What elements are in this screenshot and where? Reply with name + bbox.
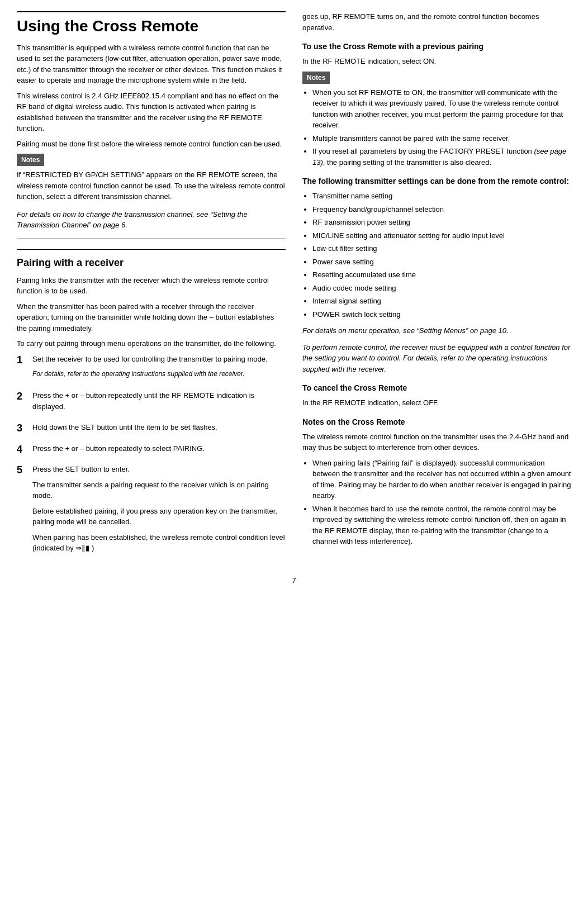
setting-10: POWER switch lock setting — [312, 309, 571, 320]
step-2-content: Press the + or – button repeatedly until… — [32, 390, 286, 416]
page-number: 7 — [17, 575, 571, 586]
notes-cross-item-2: When it becomes hard to use the remote c… — [312, 504, 571, 547]
notes-list-2: When you set RF REMOTE to ON, the transm… — [302, 87, 571, 168]
setting-5: Low-cut filter setting — [312, 243, 571, 254]
step-4-text: Press the + or – button repeatedly to se… — [32, 443, 286, 454]
main-title: Using the Cross Remote — [17, 11, 286, 36]
step-1-italic: For details, refer to the operating inst… — [32, 369, 286, 379]
step-5: 5 Press the SET button to enter. The tra… — [17, 464, 286, 558]
step-4: 4 Press the + or – button repeatedly to … — [17, 443, 286, 459]
step-3-text: Hold down the SET button until the item … — [32, 422, 286, 433]
step-4-number: 4 — [17, 443, 27, 456]
notes-item-2-2: Multiple transmitters cannot be paired w… — [312, 133, 571, 144]
pairing-title: Pairing with a receiver — [17, 249, 286, 270]
setting-2: Frequency band/group/channel selection — [312, 204, 571, 215]
step-5-detail-1: The transmitter sends a pairing request … — [32, 479, 286, 501]
notes-badge-1: Notes — [17, 154, 44, 166]
setting-1: Transmitter name setting — [312, 191, 571, 202]
intro-para-2: This wireless control is 2.4 GHz IEEE802… — [17, 91, 286, 134]
step-1-content: Set the receiver to be used for controll… — [32, 354, 286, 385]
setting-4: MIC/LINE setting and attenuator setting … — [312, 230, 571, 241]
notes-item-2-1: When you set RF REMOTE to ON, the transm… — [312, 87, 571, 131]
step-3-content: Hold down the SET button until the item … — [32, 422, 286, 438]
step-1-text: Set the receiver to be used for controll… — [32, 354, 286, 365]
setting-9: Internal signal setting — [312, 296, 571, 307]
italic-perform: To perform remote control, the receiver … — [302, 342, 571, 375]
settings-title: The following transmitter settings can b… — [302, 175, 571, 187]
step-3-number: 3 — [17, 422, 27, 435]
step-5-number: 5 — [17, 464, 27, 477]
step-2-number: 2 — [17, 390, 27, 403]
step-5-text: Press the SET button to enter. — [32, 464, 286, 475]
step-3: 3 Hold down the SET button until the ite… — [17, 422, 286, 438]
cancel-title: To cancel the Cross Remote — [302, 382, 571, 394]
intro-para-3: Pairing must be done first before the wi… — [17, 139, 286, 150]
step-1: 1 Set the receiver to be used for contro… — [17, 354, 286, 385]
notes-cross-list: When pairing fails (“Pairing fail” is di… — [302, 458, 571, 547]
left-column: Using the Cross Remote This transmitter … — [17, 11, 286, 564]
notes-cross-item-1: When pairing fails (“Pairing fail” is di… — [312, 458, 571, 501]
pairing-para-1: Pairing links the transmitter with the r… — [17, 275, 286, 297]
step-1-number: 1 — [17, 354, 27, 367]
settings-list: Transmitter name setting Frequency band/… — [302, 191, 571, 320]
right-column: goes up, RF REMOTE turns on, and the rem… — [302, 11, 571, 564]
right-intro-continuation: goes up, RF REMOTE turns on, and the rem… — [302, 11, 571, 33]
section-divider-1 — [17, 239, 286, 239]
notes-cross-title: Notes on the Cross Remote — [302, 416, 571, 428]
setting-8: Audio codec mode setting — [312, 283, 571, 294]
notes-section-2: Notes When you set RF REMOTE to ON, the … — [302, 72, 571, 168]
notes-item-2-3: If you reset all parameters by using the… — [312, 146, 571, 168]
setting-7: Resetting accumulated use time — [312, 269, 571, 281]
italic-menu: For details on menu operation, see “Sett… — [302, 325, 571, 336]
step-4-content: Press the + or – button repeatedly to se… — [32, 443, 286, 459]
step-5-content: Press the SET button to enter. The trans… — [32, 464, 286, 558]
intro-para-1: This transmitter is equipped with a wire… — [17, 42, 286, 86]
step-2: 2 Press the + or – button repeatedly unt… — [17, 390, 286, 416]
notes-section-1: Notes If “RESTRICTED BY GP/CH SETTING” a… — [17, 154, 286, 202]
step-5-detail-3: When pairing has been established, the w… — [32, 532, 286, 554]
notes-cross-p1: The wireless remote control function on … — [302, 431, 571, 453]
previous-pairing-title: To use the Cross Remote with a previous … — [302, 41, 571, 53]
setting-3: RF transmission power setting — [312, 217, 571, 228]
pairing-para-2: When the transmitter has been paired wit… — [17, 301, 286, 334]
setting-6: Power save setting — [312, 257, 571, 268]
carry-out-text: To carry out pairing through menu operat… — [17, 338, 286, 349]
italic-channel: For details on how to change the transmi… — [17, 209, 286, 231]
previous-pairing-text: In the RF REMOTE indication, select ON. — [302, 56, 571, 67]
cancel-text: In the RF REMOTE indication, select OFF. — [302, 397, 571, 409]
step-5-detail-2: Before established pairing, if you press… — [32, 506, 286, 528]
notes-text-1: If “RESTRICTED BY GP/CH SETTING” appears… — [17, 169, 286, 202]
step-2-text: Press the + or – button repeatedly until… — [32, 390, 286, 412]
notes-badge-2: Notes — [302, 72, 330, 84]
